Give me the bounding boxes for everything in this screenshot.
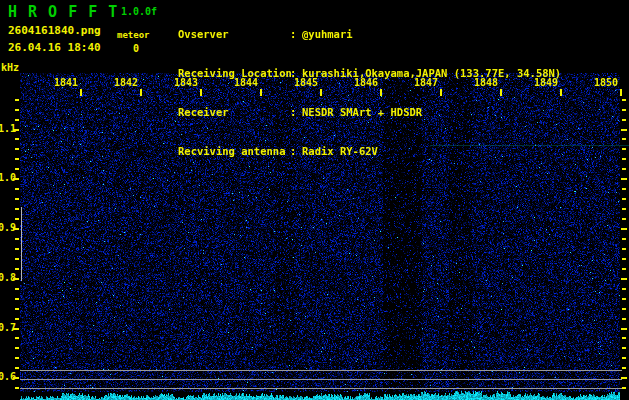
y-minor-tick-mark	[15, 168, 19, 170]
y-tick-label: 0.8	[0, 272, 14, 283]
y-minor-tick-mark	[622, 298, 626, 300]
y-minor-tick-mark	[15, 258, 19, 260]
y-tick-label: 1.1	[0, 123, 14, 134]
y-tick-label: 0.6	[0, 371, 14, 382]
y-minor-tick-mark	[15, 337, 19, 339]
y-major-tick-mark	[13, 328, 19, 330]
x-tick-label: 1841	[53, 77, 78, 88]
x-tick-label: 1846	[353, 77, 378, 88]
y-minor-tick-mark	[622, 308, 626, 310]
y-minor-tick-mark	[622, 258, 626, 260]
y-minor-tick-mark	[622, 198, 626, 200]
y-minor-tick-mark	[622, 208, 626, 210]
y-major-tick-mark	[621, 129, 627, 131]
x-tick-label: 1847	[413, 77, 438, 88]
y-minor-tick-mark	[15, 298, 19, 300]
x-tick-mark	[380, 89, 382, 96]
y-major-tick-mark	[13, 278, 19, 280]
y-minor-tick-mark	[622, 268, 626, 270]
info-label: Ovserver	[178, 28, 290, 41]
y-major-tick-mark	[13, 178, 19, 180]
faint-carrier-line	[430, 145, 629, 146]
info-value: NESDR SMArt + HDSDR	[302, 106, 422, 119]
y-minor-tick-mark	[622, 148, 626, 150]
y-minor-tick-mark	[15, 158, 19, 160]
y-minor-tick-mark	[622, 158, 626, 160]
y-minor-tick-mark	[15, 119, 19, 121]
x-tick-label: 1843	[173, 77, 198, 88]
meteor-count: 0	[133, 43, 139, 54]
info-value: @yuhmari	[302, 28, 353, 41]
y-major-tick-mark	[621, 178, 627, 180]
x-tick-label: 1850	[593, 77, 618, 88]
info-label: Receiver	[178, 106, 290, 119]
x-tick-mark	[260, 89, 262, 96]
y-minor-tick-mark	[622, 288, 626, 290]
observation-datetime: 26.04.16 18:40	[8, 41, 101, 54]
y-minor-tick-mark	[622, 357, 626, 359]
x-tick-mark	[200, 89, 202, 96]
y-minor-tick-mark	[15, 268, 19, 270]
x-tick-label: 1844	[233, 77, 258, 88]
info-row-observer: Ovserver : @yuhmari	[178, 28, 561, 41]
x-tick-mark	[320, 89, 322, 96]
y-minor-tick-mark	[15, 347, 19, 349]
y-minor-tick-mark	[15, 357, 19, 359]
y-minor-tick-mark	[15, 308, 19, 310]
y-minor-tick-mark	[622, 387, 626, 389]
hrofft-window: H R O F F T 1.0.0f 2604161840.png meteor…	[0, 0, 629, 400]
x-tick-mark	[80, 89, 82, 96]
y-minor-tick-mark	[622, 337, 626, 339]
y-major-tick-mark	[621, 228, 627, 230]
y-minor-tick-mark	[622, 99, 626, 101]
y-minor-tick-mark	[15, 138, 19, 140]
y-minor-tick-mark	[15, 109, 19, 111]
info-value: Radix RY-62V	[302, 145, 378, 158]
y-major-tick-mark	[13, 377, 19, 379]
y-tick-label: 1.0	[0, 172, 14, 183]
x-tick-label: 1849	[533, 77, 558, 88]
y-minor-tick-mark	[622, 138, 626, 140]
x-tick-mark	[500, 89, 502, 96]
x-tick-label: 1845	[293, 77, 318, 88]
y-tick-label: 0.7	[0, 322, 14, 333]
y-minor-tick-mark	[15, 238, 19, 240]
y-minor-tick-mark	[622, 367, 626, 369]
info-row-receiver: Receiver : NESDR SMArt + HDSDR	[178, 106, 561, 119]
info-separator: :	[290, 28, 302, 41]
y-minor-tick-mark	[15, 198, 19, 200]
x-tick-label: 1842	[113, 77, 138, 88]
y-minor-tick-mark	[622, 318, 626, 320]
info-separator: :	[290, 106, 302, 119]
y-major-tick-mark	[621, 278, 627, 280]
y-minor-tick-mark	[622, 109, 626, 111]
app-version: 1.0.0f	[121, 6, 157, 17]
y-major-tick-mark	[621, 328, 627, 330]
y-minor-tick-mark	[15, 188, 19, 190]
y-minor-tick-mark	[15, 218, 19, 220]
y-minor-tick-mark	[15, 318, 19, 320]
observer-info: Ovserver : @yuhmari Receiving Location :…	[178, 2, 561, 184]
output-filename: 2604161840.png	[8, 24, 101, 37]
info-label: Recviving antenna	[178, 145, 290, 158]
y-minor-tick-mark	[622, 218, 626, 220]
calibration-bar	[21, 207, 22, 281]
x-tick-mark	[560, 89, 562, 96]
reference-line	[20, 388, 622, 389]
y-minor-tick-mark	[622, 188, 626, 190]
mode-label: meteor	[117, 30, 150, 40]
y-minor-tick-mark	[15, 148, 19, 150]
x-tick-mark	[140, 89, 142, 96]
info-separator: :	[290, 145, 302, 158]
y-minor-tick-mark	[15, 288, 19, 290]
y-tick-label: 0.9	[0, 222, 14, 233]
y-minor-tick-mark	[622, 119, 626, 121]
y-minor-tick-mark	[622, 248, 626, 250]
reference-line	[20, 379, 622, 380]
x-tick-label: 1848	[473, 77, 498, 88]
y-minor-tick-mark	[15, 208, 19, 210]
y-minor-tick-mark	[15, 99, 19, 101]
y-minor-tick-mark	[622, 238, 626, 240]
app-title: H R O F F T	[8, 3, 118, 21]
reference-line	[20, 370, 622, 371]
